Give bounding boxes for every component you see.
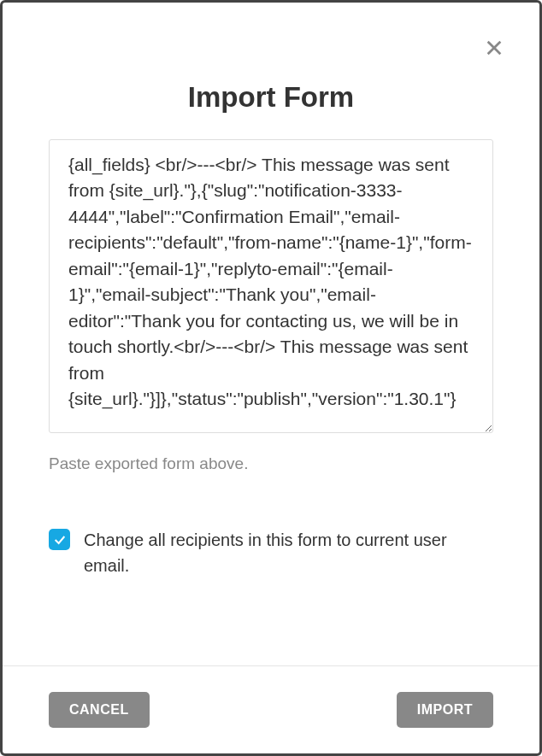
modal-footer: CANCEL IMPORT	[3, 665, 539, 753]
modal-title: Import Form	[3, 81, 539, 114]
helper-text: Paste exported form above.	[49, 454, 493, 473]
close-icon	[485, 38, 504, 57]
cancel-button[interactable]: CANCEL	[49, 692, 150, 728]
modal-content: Paste exported form above. Change all re…	[3, 139, 539, 665]
change-recipients-checkbox[interactable]	[49, 529, 70, 550]
checkbox-label[interactable]: Change all recipients in this form to cu…	[84, 527, 493, 578]
close-button[interactable]	[481, 35, 507, 61]
checkbox-row: Change all recipients in this form to cu…	[49, 527, 493, 578]
import-textarea[interactable]	[49, 139, 493, 433]
import-button[interactable]: IMPORT	[397, 692, 493, 728]
check-icon	[53, 533, 67, 547]
import-form-modal: Import Form Paste exported form above. C…	[0, 0, 542, 756]
